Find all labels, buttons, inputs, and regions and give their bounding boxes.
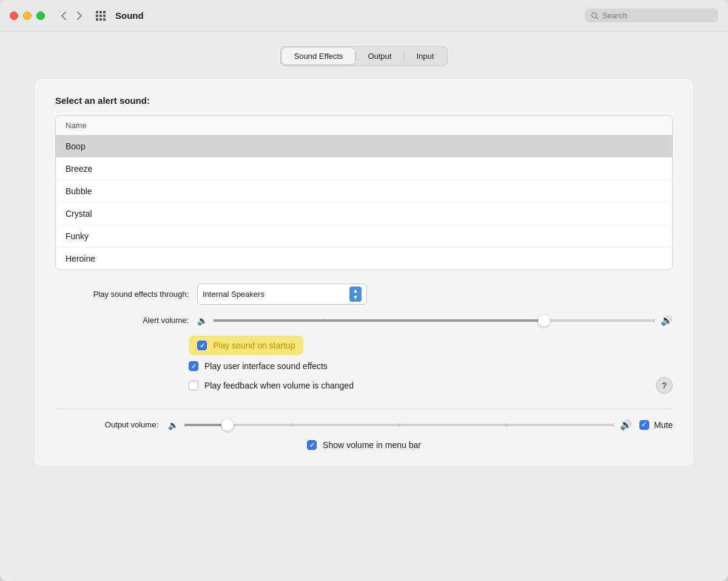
tab-input[interactable]: Input bbox=[404, 48, 446, 64]
tabs-bar: Sound Effects Output Input bbox=[280, 46, 448, 66]
maximize-button[interactable] bbox=[36, 12, 45, 20]
close-button[interactable] bbox=[10, 12, 18, 20]
titlebar: Sound bbox=[0, 0, 728, 32]
nav-buttons bbox=[57, 10, 86, 22]
feedback-checkbox-row: Play feedback when volume is changed ? bbox=[189, 377, 673, 394]
bottom-section: Output volume: 🔈 bbox=[55, 409, 673, 450]
show-volume-checkbox[interactable]: ✓ bbox=[307, 440, 317, 450]
mute-row: ✓ Mute bbox=[639, 420, 673, 430]
play-through-label: Play sound effects through: bbox=[55, 290, 189, 299]
sound-item-breeze[interactable]: Breeze bbox=[56, 158, 672, 180]
mute-checkbox[interactable]: ✓ bbox=[639, 420, 649, 430]
sound-item-heroine[interactable]: Heroine bbox=[56, 248, 672, 270]
startup-checkbox-row: ✓ Play sound on startup bbox=[189, 336, 303, 355]
sound-item-funky[interactable]: Funky bbox=[56, 225, 672, 248]
tab-output[interactable]: Output bbox=[356, 48, 403, 64]
sound-item-bubble[interactable]: Bubble bbox=[56, 180, 672, 203]
mute-label: Mute bbox=[654, 420, 673, 430]
checkboxes-block: ✓ Play sound on startup ✓ Play user inte… bbox=[189, 336, 673, 394]
main-window: Sound Sound Effects Output Input Select … bbox=[0, 0, 728, 581]
volume-low-icon: 🔈 bbox=[197, 316, 207, 325]
alert-section-title: Select an alert sound: bbox=[55, 95, 673, 106]
alert-volume-thumb[interactable] bbox=[538, 314, 550, 327]
alert-volume-label: Alert volume: bbox=[55, 316, 189, 325]
output-volume-track[interactable] bbox=[184, 424, 614, 426]
sound-item-crystal[interactable]: Crystal bbox=[56, 203, 672, 225]
output-volume-thumb[interactable] bbox=[221, 419, 234, 431]
main-content: Sound Effects Output Input Select an ale… bbox=[0, 32, 728, 581]
alert-volume-row: Alert volume: 🔈 bbox=[55, 314, 673, 326]
dropdown-arrows-icon: ▲ ▼ bbox=[349, 287, 362, 302]
startup-checkbox[interactable]: ✓ bbox=[197, 341, 207, 350]
volume-high-icon: 🔊 bbox=[661, 314, 673, 326]
traffic-lights bbox=[10, 12, 45, 20]
feedback-checkbox[interactable] bbox=[189, 381, 198, 390]
startup-checkbox-label: Play sound on startup bbox=[213, 341, 295, 350]
sound-panel: Select an alert sound: Name Boop Breeze … bbox=[33, 78, 695, 467]
back-button[interactable] bbox=[57, 10, 70, 22]
feedback-checkbox-label: Play feedback when volume is changed bbox=[204, 381, 354, 390]
output-volume-slider-container: 🔈 🔊 bbox=[168, 419, 632, 430]
ui-sounds-checkbox-row: ✓ Play user interface sound effects bbox=[189, 361, 673, 371]
ui-sounds-checkbox-label: Play user interface sound effects bbox=[204, 361, 328, 371]
sound-item-boop[interactable]: Boop bbox=[56, 135, 672, 158]
search-icon bbox=[591, 12, 599, 20]
show-volume-label: Show volume in menu bar bbox=[323, 440, 421, 450]
window-title: Sound bbox=[115, 10, 144, 21]
dropdown-value: Internal Speakers bbox=[203, 290, 345, 299]
play-through-row: Play sound effects through: Internal Spe… bbox=[55, 284, 673, 305]
sound-list-body[interactable]: Boop Breeze Bubble Crystal Funky Heroine bbox=[56, 135, 672, 270]
ui-sounds-checkbox[interactable]: ✓ bbox=[189, 361, 198, 371]
sound-list: Name Boop Breeze Bubble Crystal Funky He… bbox=[55, 115, 673, 270]
alert-volume-track[interactable] bbox=[214, 319, 655, 322]
output-volume-label: Output volume: bbox=[55, 420, 158, 429]
apps-grid-icon[interactable] bbox=[96, 11, 106, 21]
speaker-dropdown[interactable]: Internal Speakers ▲ ▼ bbox=[197, 284, 367, 305]
output-volume-row: Output volume: 🔈 bbox=[55, 419, 673, 430]
forward-button[interactable] bbox=[73, 10, 86, 22]
tab-sound-effects[interactable]: Sound Effects bbox=[282, 48, 356, 64]
search-input[interactable] bbox=[602, 11, 712, 20]
output-vol-low-icon: 🔈 bbox=[168, 420, 178, 430]
output-vol-high-icon: 🔊 bbox=[620, 419, 632, 430]
help-button[interactable]: ? bbox=[656, 377, 673, 394]
search-bar[interactable] bbox=[585, 8, 718, 22]
minimize-button[interactable] bbox=[23, 12, 32, 20]
alert-volume-slider-container: 🔈 🔊 bbox=[197, 314, 673, 326]
sound-list-header: Name bbox=[56, 116, 672, 135]
show-volume-row: ✓ Show volume in menu bar bbox=[55, 440, 673, 450]
